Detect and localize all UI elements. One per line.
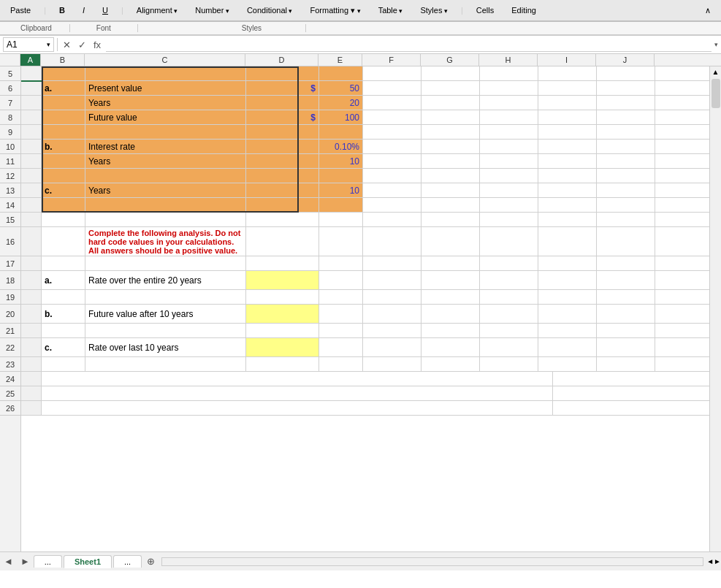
- ribbon-editing-btn[interactable]: Editing: [507, 4, 541, 16]
- col-header-e[interactable]: E: [318, 54, 362, 66]
- cell-r19-f[interactable]: [363, 290, 421, 304]
- cell-r20-i[interactable]: [538, 305, 597, 323]
- cell-r16-g[interactable]: [421, 227, 480, 256]
- cell-r9-a[interactable]: [21, 125, 42, 139]
- cell-r17-g[interactable]: [421, 256, 480, 270]
- cell-r6-d[interactable]: $: [246, 81, 319, 95]
- cell-r13-c[interactable]: Years: [85, 183, 246, 197]
- cell-r21-d[interactable]: [246, 324, 319, 337]
- cell-r15-b[interactable]: [42, 213, 85, 226]
- cell-r15-j[interactable]: [597, 213, 655, 226]
- cell-r13-f[interactable]: [363, 183, 421, 197]
- cell-r5-f[interactable]: [363, 66, 421, 80]
- cell-r11-g[interactable]: [421, 154, 480, 168]
- cell-r21-a[interactable]: [21, 324, 42, 337]
- h-scrollbar[interactable]: [161, 557, 703, 566]
- cell-r8-d[interactable]: $: [246, 110, 319, 124]
- cell-r19-b[interactable]: [42, 290, 85, 304]
- cell-r23-c[interactable]: [85, 357, 246, 371]
- cell-r16-b[interactable]: [42, 227, 85, 256]
- cell-r22-e[interactable]: [319, 338, 363, 356]
- cell-r11-d[interactable]: [246, 154, 319, 168]
- cell-r20-g[interactable]: [421, 305, 480, 323]
- cell-r21-i[interactable]: [538, 324, 597, 337]
- cell-r25-a[interactable]: [21, 386, 42, 400]
- cell-r14-i[interactable]: [538, 198, 597, 212]
- col-header-f[interactable]: F: [362, 54, 421, 66]
- cell-r6-g[interactable]: [421, 81, 480, 95]
- cell-r19-i[interactable]: [538, 290, 597, 304]
- col-header-g[interactable]: G: [421, 54, 479, 66]
- cell-r25-rest[interactable]: [42, 386, 553, 400]
- cell-r23-f[interactable]: [363, 357, 421, 371]
- cell-r6-f[interactable]: [363, 81, 421, 95]
- cell-r15-c[interactable]: [85, 213, 246, 226]
- cell-r18-c[interactable]: Rate over the entire 20 years: [85, 271, 246, 289]
- cell-r17-j[interactable]: [597, 256, 655, 270]
- cell-r7-a[interactable]: [21, 96, 42, 110]
- cell-r9-c[interactable]: [85, 125, 246, 139]
- ribbon-collapse-btn[interactable]: ∧: [701, 4, 715, 17]
- cell-r16-i[interactable]: [538, 227, 597, 256]
- cell-r13-i[interactable]: [538, 183, 597, 197]
- cell-r13-h[interactable]: [480, 183, 538, 197]
- sheet-prev-btn[interactable]: ◄: [0, 556, 17, 567]
- cell-r12-d[interactable]: [246, 169, 319, 183]
- cell-r7-d[interactable]: [246, 96, 319, 110]
- function-icon[interactable]: fx: [91, 39, 103, 51]
- cell-r23-b[interactable]: [42, 357, 85, 371]
- cell-r14-d[interactable]: [246, 198, 319, 212]
- cell-r9-i[interactable]: [538, 125, 597, 139]
- cell-r5-h[interactable]: [480, 66, 538, 80]
- cell-r12-e[interactable]: [319, 169, 363, 183]
- cell-r10-e[interactable]: 0.10%: [319, 140, 363, 153]
- cell-r20-e[interactable]: [319, 305, 363, 323]
- ribbon-underline-btn[interactable]: U: [98, 4, 112, 16]
- cell-r17-h[interactable]: [480, 256, 538, 270]
- cell-r8-f[interactable]: [363, 110, 421, 124]
- cell-r6-j[interactable]: [597, 81, 655, 95]
- cell-r7-i[interactable]: [538, 96, 597, 110]
- cell-r15-e[interactable]: [319, 213, 363, 226]
- cell-r17-a[interactable]: [21, 256, 42, 270]
- cell-r24-a[interactable]: [21, 372, 42, 386]
- cell-r7-f[interactable]: [363, 96, 421, 110]
- cell-r16-a[interactable]: [21, 227, 42, 256]
- ribbon-number-btn[interactable]: Number: [191, 4, 234, 16]
- cell-r7-j[interactable]: [597, 96, 655, 110]
- cell-r10-i[interactable]: [538, 140, 597, 153]
- cell-r8-h[interactable]: [480, 110, 538, 124]
- cell-r26-rest[interactable]: [42, 401, 553, 415]
- cell-r10-d[interactable]: [246, 140, 319, 153]
- cell-r5-a[interactable]: [21, 66, 42, 80]
- cell-r11-f[interactable]: [363, 154, 421, 168]
- sheet-tab-sheet1[interactable]: Sheet1: [64, 555, 112, 568]
- cell-r15-f[interactable]: [363, 213, 421, 226]
- cell-r13-a[interactable]: [21, 183, 42, 197]
- col-header-h[interactable]: H: [479, 54, 538, 66]
- cell-r12-c[interactable]: [85, 169, 246, 183]
- cell-r9-b[interactable]: [42, 125, 85, 139]
- cell-r12-a[interactable]: [21, 169, 42, 183]
- cell-r15-d[interactable]: [246, 213, 319, 226]
- cell-r18-i[interactable]: [538, 271, 597, 289]
- cell-r19-h[interactable]: [480, 290, 538, 304]
- cell-r15-a[interactable]: [21, 213, 42, 226]
- col-header-a[interactable]: A: [20, 54, 41, 66]
- cell-r5-d[interactable]: [246, 66, 319, 80]
- scroll-left-btn[interactable]: ◄: [706, 557, 714, 565]
- cell-r8-i[interactable]: [538, 110, 597, 124]
- cell-r10-j[interactable]: [597, 140, 655, 153]
- cell-r16-e[interactable]: [319, 227, 363, 256]
- cell-r14-c[interactable]: [85, 198, 246, 212]
- cell-r17-b[interactable]: [42, 256, 85, 270]
- cell-r19-j[interactable]: [597, 290, 655, 304]
- cell-r11-j[interactable]: [597, 154, 655, 168]
- cell-r11-c[interactable]: Years: [85, 154, 246, 168]
- cell-r14-g[interactable]: [421, 198, 480, 212]
- cell-r20-b[interactable]: b.: [42, 305, 85, 323]
- cell-r5-e[interactable]: [319, 66, 363, 80]
- sheet-tab-ellipsis-left[interactable]: ...: [34, 555, 62, 568]
- cell-r10-c[interactable]: Interest rate: [85, 140, 246, 153]
- cell-r23-a[interactable]: [21, 357, 42, 371]
